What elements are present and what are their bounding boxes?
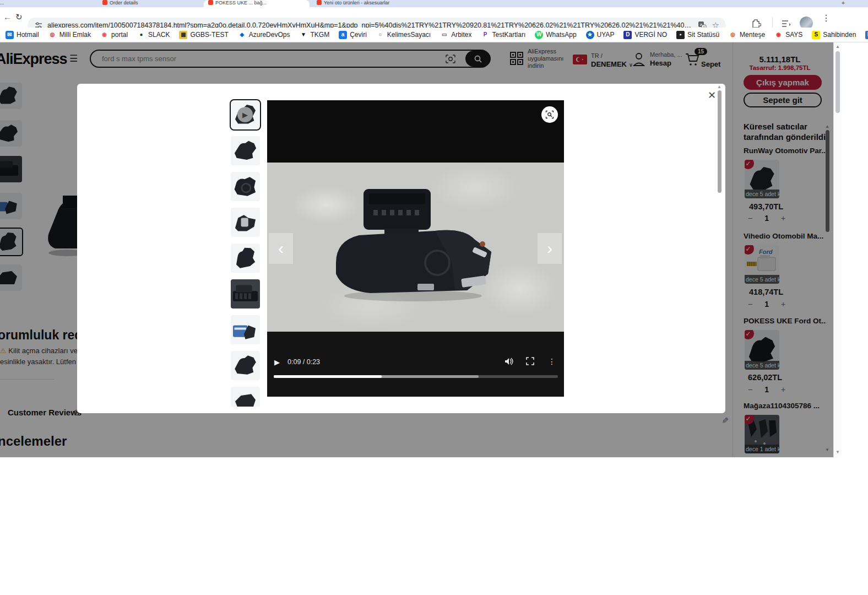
browser-tab-1[interactable]: ...	[0, 0, 94, 7]
bookmark-label: Hotmail	[17, 31, 39, 39]
scroll-down-arrow[interactable]: ▼	[834, 450, 841, 455]
image-thumbnail[interactable]	[231, 244, 260, 273]
bookmark-kelimessayaci[interactable]: ○KelimesSayacı	[376, 31, 431, 39]
video-progress-track[interactable]	[274, 375, 558, 378]
tab-title: Order details	[110, 0, 138, 6]
bookmark-label: Arbitex	[451, 31, 471, 39]
bookmark-ceviri[interactable]: aÇeviri	[339, 31, 367, 39]
video-thumbnail-selected[interactable]: ▶	[231, 100, 260, 129]
image-thumbnail[interactable]	[231, 315, 260, 344]
tab-favicon	[317, 0, 322, 5]
bookmark-label: GGBS-TEST	[190, 31, 228, 39]
bookmark-hotmail[interactable]: ✉Hotmail	[6, 31, 39, 39]
video-frame	[267, 163, 564, 332]
back-icon[interactable]: ←	[3, 12, 12, 21]
bookmark-vergi-no[interactable]: DVERGİ NO	[623, 31, 667, 39]
bookmark-says[interactable]: ◉SAYS	[774, 31, 802, 39]
tab-title: Yeni oto ürünleri - aksesuarlar	[324, 0, 389, 6]
kebab-menu-icon[interactable]: ⋮	[822, 13, 831, 23]
bookmark-tkgm[interactable]: ▼TKGM	[299, 31, 329, 39]
product-in-video	[325, 179, 501, 311]
bookmark-ggbs-test[interactable]: ▦GGBS-TEST	[179, 31, 228, 39]
image-thumbnail[interactable]	[231, 172, 260, 201]
tab-strip: ... Order details POKESS UKE ... bağ... …	[0, 0, 868, 7]
play-button[interactable]: ▶	[274, 358, 280, 366]
milli-emlak-icon: ◎	[48, 31, 57, 39]
play-overlay-icon: ▶	[237, 107, 253, 122]
bookmark-arbitex[interactable]: ▭Arbitex	[440, 31, 471, 39]
bookmark-mentese[interactable]: ◎Menteşe	[729, 31, 765, 39]
hotmail-icon: ✉	[6, 31, 14, 39]
lens-icon	[545, 110, 554, 119]
azure-icon: ◆	[238, 31, 246, 39]
bookmark-label: VERGİ NO	[634, 31, 667, 39]
video-player[interactable]: ‹ › ▶ 0:09 / 0:23 ⋮	[267, 100, 564, 397]
bookmark-milli-emlak[interactable]: ◎Milli Emlak	[48, 31, 91, 39]
bookmark-testkartlari[interactable]: PTestKartları	[481, 31, 526, 39]
image-search-lens-button[interactable]	[541, 106, 558, 123]
chevron-left-icon: ‹	[278, 239, 284, 258]
modal-thumbnail-rail: ▶	[77, 84, 267, 407]
translate-favicon: a	[339, 31, 347, 39]
counter-icon: ○	[376, 31, 384, 39]
bookmark-label: Milli Emlak	[59, 31, 91, 39]
image-thumbnail-partial[interactable]	[231, 387, 260, 407]
map-pin-icon: ▼	[299, 31, 307, 39]
chevron-right-icon: ›	[547, 239, 552, 258]
bookmark-portal[interactable]: ◉portal	[100, 31, 128, 39]
bookmark-label: Çeviri	[350, 31, 367, 39]
scroll-up-arrow[interactable]: ▲	[834, 45, 841, 49]
browser-toolbar: ← ↻ aliexpress.com/item/1005007184378184…	[0, 7, 868, 28]
folder-icon: ▭	[440, 31, 448, 39]
window-scrollbar-thumb[interactable]	[836, 51, 840, 113]
image-thumbnail[interactable]	[231, 279, 260, 309]
fullscreen-icon[interactable]	[526, 357, 534, 365]
mentese-icon: ◎	[729, 31, 737, 39]
bookmark-label: KelimesSayacı	[387, 31, 431, 39]
sit-icon: ▪	[676, 31, 685, 39]
video-kebab-icon[interactable]: ⋮	[548, 357, 556, 366]
bookmark-label: TKGM	[310, 31, 329, 39]
bookmark-label: TestKartları	[492, 31, 526, 39]
modal-scrollbar-thumb[interactable]	[718, 90, 721, 193]
p-icon: P	[481, 31, 490, 39]
reload-icon[interactable]: ↻	[15, 12, 23, 22]
uyap-icon: ★	[586, 31, 594, 39]
bookmark-uyap[interactable]: ★UYAP	[586, 31, 615, 39]
whatsapp-icon: W	[535, 31, 543, 39]
browser-tab-4[interactable]: Yeni oto ürünleri - aksesuarlar	[312, 0, 416, 7]
bookmark-label: Sahibinden	[823, 31, 856, 39]
bookmark-label: WhatsApp	[546, 31, 576, 39]
tab-favicon	[102, 0, 107, 5]
modal-scroll-up[interactable]: ▲	[716, 85, 723, 89]
bookmark-azuredevops[interactable]: ◆AzureDevOps	[238, 31, 290, 39]
tab-favicon	[208, 0, 213, 5]
video-controls-bar: ▶ 0:09 / 0:23 ⋮	[267, 332, 564, 397]
bookmark-slack[interactable]: ●SLACK	[137, 31, 170, 39]
bookmark-mavenrepository[interactable]: MMavenRepository	[865, 31, 868, 39]
image-thumbnail[interactable]	[231, 351, 260, 380]
browser-tab-3-active[interactable]: POKESS UKE ... bağ...	[204, 0, 310, 7]
bookmark-whatsapp[interactable]: WWhatsApp	[535, 31, 576, 39]
image-thumbnail[interactable]	[231, 136, 260, 165]
bookmark-sahibinden[interactable]: SSahibinden	[812, 31, 856, 39]
prev-media-arrow[interactable]: ‹	[269, 233, 293, 264]
bookmark-sit-statusu[interactable]: ▪Sit Statüsü	[676, 31, 719, 39]
volume-icon[interactable]	[504, 357, 514, 366]
tab-title: POKESS UKE ... bağ...	[215, 0, 267, 6]
sahibinden-icon: S	[812, 31, 820, 39]
video-time: 0:09 / 0:23	[287, 358, 320, 366]
close-icon[interactable]: ✕	[708, 89, 716, 101]
window-scrollbar[interactable]: ▲ ▼	[833, 42, 842, 457]
vergi-icon: D	[623, 31, 632, 39]
browser-tab-2[interactable]: Order details	[98, 0, 201, 7]
bookmarks-bar: ✉Hotmail ◎Milli Emlak ◉portal ●SLACK ▦GG…	[0, 28, 868, 42]
next-media-arrow[interactable]: ›	[538, 233, 562, 264]
bookmark-label: AzureDevOps	[249, 31, 290, 39]
new-tab-button[interactable]: +	[842, 0, 845, 6]
bookmark-label: SAYS	[785, 31, 802, 39]
bookmark-label: SLACK	[148, 31, 170, 39]
image-thumbnail[interactable]	[231, 208, 260, 237]
portal-icon: ◉	[100, 31, 109, 39]
maven-icon: M	[865, 31, 868, 39]
